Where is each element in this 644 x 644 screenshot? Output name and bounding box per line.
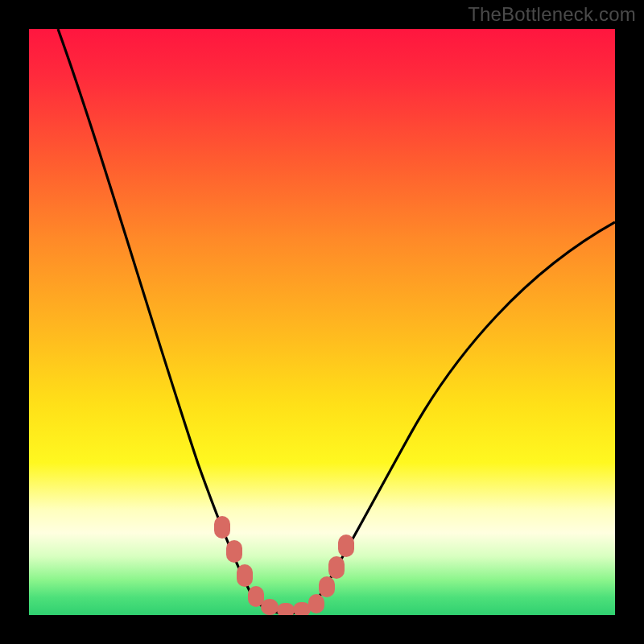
bottleneck-curve bbox=[58, 29, 615, 613]
marker-dot bbox=[293, 602, 311, 615]
marker-dot bbox=[261, 599, 279, 615]
chart-frame: TheBottleneck.com bbox=[0, 0, 644, 644]
marker-dot bbox=[328, 556, 345, 579]
chart-svg bbox=[29, 29, 615, 615]
watermark-text: TheBottleneck.com bbox=[468, 3, 636, 26]
marker-dot bbox=[277, 603, 295, 615]
marker-dot bbox=[338, 535, 354, 557]
marker-dot bbox=[319, 576, 335, 597]
marker-dot bbox=[214, 516, 230, 539]
plot-area bbox=[29, 29, 615, 615]
marker-dot bbox=[308, 594, 324, 613]
marker-dot bbox=[226, 540, 242, 563]
marker-group bbox=[214, 516, 354, 615]
marker-dot bbox=[237, 564, 253, 587]
